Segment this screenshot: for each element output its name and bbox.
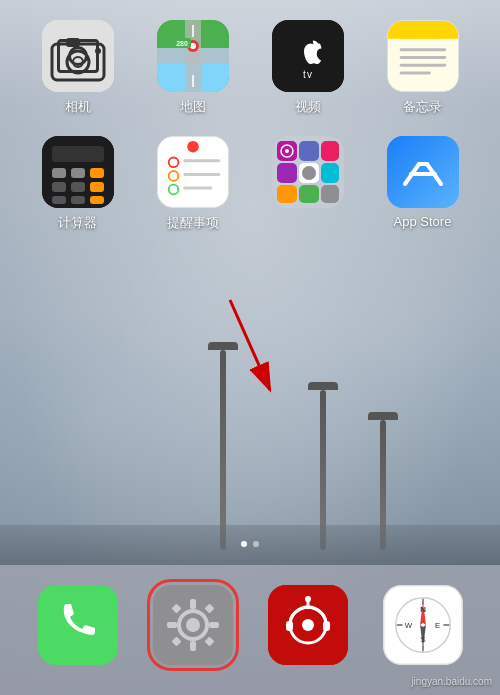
maps-label: 地图 [180, 98, 206, 116]
svg-point-5 [95, 48, 101, 54]
svg-rect-26 [399, 72, 430, 75]
svg-rect-37 [90, 196, 104, 204]
camera-icon [42, 20, 114, 92]
svg-text:N: N [420, 605, 426, 614]
svg-rect-54 [277, 163, 297, 183]
svg-rect-59 [299, 185, 319, 203]
svg-rect-4 [66, 38, 80, 47]
app-row-1: 相机 2 [20, 20, 480, 116]
svg-point-51 [285, 149, 289, 153]
reminders-icon [157, 136, 229, 208]
tv-icon: tv [272, 20, 344, 92]
svg-rect-44 [183, 173, 220, 176]
svg-rect-25 [399, 64, 446, 67]
app-widgets[interactable] [258, 136, 358, 232]
widget-cluster-icon [272, 136, 344, 208]
svg-rect-58 [277, 185, 297, 203]
svg-point-2 [67, 51, 89, 73]
svg-rect-60 [321, 185, 339, 203]
netease-icon [268, 585, 348, 665]
app-notes[interactable]: 备忘录 [373, 20, 473, 116]
svg-rect-57 [321, 163, 339, 183]
page-dot-1 [241, 541, 247, 547]
app-row-2: 计算器 提醒事项 [20, 136, 480, 232]
dock-netease[interactable] [268, 585, 348, 665]
svg-text:W: W [404, 621, 412, 630]
svg-rect-22 [388, 29, 458, 39]
app-tv[interactable]: tv 视频 [258, 20, 358, 116]
calculator-label: 计算器 [58, 214, 97, 232]
svg-rect-23 [399, 48, 446, 51]
notes-label: 备忘录 [403, 98, 442, 116]
svg-rect-35 [52, 196, 66, 204]
phone-icon [38, 585, 118, 665]
svg-text:280: 280 [176, 40, 188, 47]
svg-text:tv: tv [303, 69, 313, 80]
app-grid: 相机 2 [0, 10, 500, 262]
svg-rect-75 [209, 622, 219, 628]
svg-point-71 [186, 618, 200, 632]
app-maps[interactable]: 280 地图 [143, 20, 243, 116]
appstore-label: App Store [394, 214, 452, 229]
svg-rect-28 [52, 146, 104, 162]
settings-icon [153, 585, 233, 665]
app-appstore[interactable]: App Store [373, 136, 473, 232]
svg-point-84 [305, 596, 311, 602]
svg-rect-36 [71, 196, 85, 204]
svg-rect-86 [323, 621, 330, 631]
safari-icon: N S E W [383, 585, 463, 665]
app-camera[interactable]: 相机 [28, 20, 128, 116]
svg-rect-24 [399, 56, 446, 59]
lamp-post-1 [220, 350, 226, 550]
page-dots [0, 541, 500, 547]
app-reminders[interactable]: 提醒事项 [143, 136, 243, 232]
svg-rect-74 [167, 622, 177, 628]
app-calculator[interactable]: 计算器 [28, 136, 128, 232]
page-dot-2 [253, 541, 259, 547]
svg-rect-30 [71, 168, 85, 178]
svg-rect-42 [183, 159, 220, 162]
svg-rect-52 [299, 141, 319, 161]
svg-rect-72 [190, 599, 196, 609]
svg-rect-29 [52, 168, 66, 178]
maps-icon: 280 [157, 20, 229, 92]
tv-label: 视频 [295, 98, 321, 116]
svg-rect-31 [90, 168, 104, 178]
notes-icon [387, 20, 459, 92]
svg-rect-53 [321, 141, 339, 161]
dock-phone[interactable] [38, 585, 118, 665]
svg-rect-68 [38, 585, 118, 665]
dock-safari[interactable]: N S E W [383, 585, 463, 665]
svg-rect-73 [190, 641, 196, 651]
svg-text:S: S [420, 635, 425, 644]
camera-label: 相机 [65, 98, 91, 116]
svg-point-47 [187, 141, 199, 153]
svg-rect-46 [183, 187, 212, 190]
calculator-icon [42, 136, 114, 208]
svg-point-82 [302, 619, 314, 631]
dock-settings[interactable] [153, 585, 233, 665]
svg-point-3 [73, 57, 83, 67]
reminders-label: 提醒事项 [167, 214, 219, 232]
svg-rect-33 [71, 182, 85, 192]
appstore-icon [387, 136, 459, 208]
svg-text:E: E [435, 621, 440, 630]
svg-point-56 [302, 166, 316, 180]
svg-rect-32 [52, 182, 66, 192]
watermark: jingyan.baidu.com [411, 676, 492, 687]
svg-rect-85 [286, 621, 293, 631]
svg-rect-11 [192, 25, 194, 37]
svg-rect-34 [90, 182, 104, 192]
svg-rect-12 [192, 75, 194, 87]
